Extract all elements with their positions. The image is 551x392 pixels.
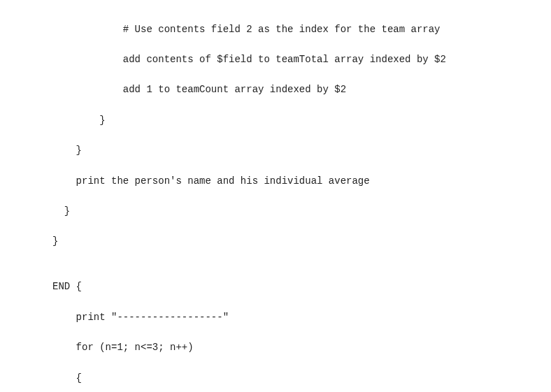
code-line: { [52,371,551,386]
code-line: } [52,113,551,129]
code-line: END { [52,280,551,295]
code-block: # Use contents field 2 as the index for … [0,7,551,392]
code-line: add 1 to teamCount array indexed by $2 [52,82,551,98]
code-line: # Use contents field 2 as the index for … [52,22,551,38]
code-line: print the person's name and his individu… [52,174,551,189]
code-line: } [52,234,551,249]
code-line: for (n=1; n<=3; n++) [52,340,551,356]
code-line: print "------------------" [52,310,551,326]
code-line: } [52,143,551,159]
code-line: add contents of $field to teamTotal arra… [52,52,551,68]
code-line: } [52,204,551,219]
